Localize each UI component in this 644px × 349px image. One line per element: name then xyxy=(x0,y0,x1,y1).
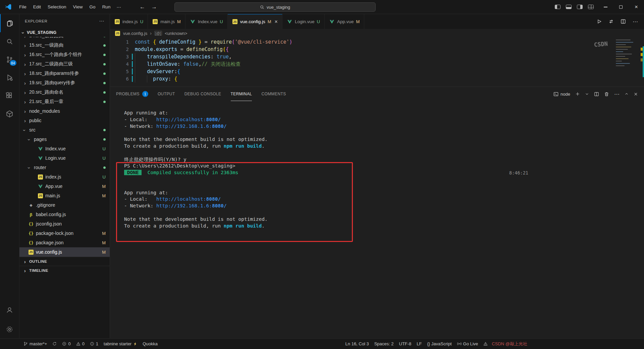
status-item-tabnine-starter[interactable]: tabnine starter xyxy=(101,341,140,346)
back-arrow-icon[interactable]: ← xyxy=(140,4,145,10)
run-debug-icon[interactable] xyxy=(0,68,19,87)
status-item-master-[interactable]: master*+ xyxy=(21,341,50,346)
tree-item-.gitignore[interactable]: ◆.gitignore xyxy=(19,200,110,210)
source-control-icon[interactable]: 84 xyxy=(0,50,19,68)
settings-gear-icon[interactable] xyxy=(0,320,19,338)
menu-file[interactable]: File xyxy=(16,3,30,11)
code-line[interactable]: 3 transpileDependencies: true, xyxy=(110,53,644,60)
status-item-utf-8[interactable]: UTF-8 xyxy=(396,341,414,346)
minimap[interactable] xyxy=(616,40,637,84)
status-item-0[interactable]: 0 xyxy=(59,341,73,346)
tree-item-Login.vue[interactable]: Login.vueU xyxy=(19,153,110,163)
tree-item-17.src_二级路由三级[interactable]: ›17.src_二级路由三级 xyxy=(19,59,110,69)
status-item-sync[interactable] xyxy=(50,342,59,346)
tree-item-index.js[interactable]: JSindex.jsU xyxy=(19,172,110,182)
toggle-secondary-sidebar-icon[interactable] xyxy=(577,5,583,9)
status-item-go-live[interactable]: Go Live xyxy=(454,341,481,346)
tab-App.vue[interactable]: App.vueM xyxy=(325,14,364,29)
tab-index.js[interactable]: JSindex.jsU xyxy=(110,14,148,29)
code-line[interactable]: 1const { defineConfig } = require('@vue/… xyxy=(110,38,644,46)
explorer-more-icon[interactable]: ⋯ xyxy=(99,18,104,24)
outline-section[interactable]: › OUTLINE xyxy=(19,257,110,266)
toggle-sidebar-icon[interactable] xyxy=(555,5,560,9)
panel-tab-problems[interactable]: PROBLEMS1 xyxy=(116,87,148,101)
panel-tab-comments[interactable]: COMMENTS xyxy=(261,87,286,101)
status-item-1[interactable]: 1 xyxy=(87,341,101,346)
tree-item-21.src_最后一章[interactable]: ›21.src_最后一章 xyxy=(19,97,110,106)
code-line[interactable]: 2module.exports = defineConfig({ xyxy=(110,46,644,53)
search-view-icon[interactable] xyxy=(0,32,19,50)
status-item-spaces-2[interactable]: Spaces: 2 xyxy=(372,341,396,346)
menu-view[interactable]: View xyxy=(70,3,86,11)
terminal-dropdown-icon[interactable] xyxy=(585,92,589,96)
command-center-search[interactable]: vue_staging xyxy=(174,2,376,12)
status-item-warning[interactable] xyxy=(481,342,490,346)
close-panel-icon[interactable] xyxy=(634,92,638,96)
status-item--javascript[interactable]: {} JavaScript xyxy=(425,341,454,346)
run-file-icon[interactable] xyxy=(596,19,602,24)
tab-Index.vue[interactable]: Index.vueU xyxy=(185,14,228,29)
tree-item-19.src_路由query传参[interactable]: ›19.src_路由query传参 xyxy=(19,78,110,88)
new-terminal-icon[interactable] xyxy=(575,92,580,96)
tree-item-pages[interactable]: ›pages xyxy=(19,135,110,144)
tree-item-App.vue[interactable]: App.vueM xyxy=(19,182,110,191)
code-line[interactable]: 5 devServer:{ xyxy=(110,68,644,75)
tree-item-node_modules[interactable]: ›node_modules xyxy=(19,106,110,116)
terminal-profile-select[interactable]: node xyxy=(553,92,570,97)
tree-item-package-lock.json[interactable]: {}package-lock.jsonM xyxy=(19,229,110,238)
editor-more-icon[interactable]: ⋯ xyxy=(633,18,638,25)
tree-item-vue.config.js[interactable]: JSvue.config.jsM xyxy=(19,247,110,257)
tree-item-router[interactable]: ›router xyxy=(19,163,110,172)
split-editor-icon[interactable] xyxy=(621,19,626,24)
split-terminal-icon[interactable] xyxy=(594,92,599,97)
panel-tab-debug-console[interactable]: DEBUG CONSOLE xyxy=(184,87,221,101)
tree-item-16.src_一个路由多个组件[interactable]: ›16.src_一个路由多个组件 xyxy=(19,50,110,59)
tree-item-14.src_嵌套路由[interactable]: ›14.src_嵌套路由 xyxy=(19,37,110,41)
menu-go[interactable]: Go xyxy=(87,3,99,11)
panel-tab-terminal[interactable]: TERMINAL xyxy=(231,87,252,101)
panel-tab-output[interactable]: OUTPUT xyxy=(158,87,175,101)
timeline-section[interactable]: › TIMELINE xyxy=(19,266,110,275)
maximize-panel-icon[interactable] xyxy=(625,92,629,96)
code-line[interactable]: 4 lintOnSave: false,// 关闭语法检查 xyxy=(110,60,644,68)
status-item-0[interactable]: 0 xyxy=(73,341,87,346)
close-tab-icon[interactable]: × xyxy=(275,19,278,25)
kill-terminal-icon[interactable] xyxy=(604,92,609,97)
tree-item-src[interactable]: ›src xyxy=(19,125,110,135)
account-icon[interactable] xyxy=(0,301,19,319)
tree-item-20.src_路由命名[interactable]: ›20.src_路由命名 xyxy=(19,88,110,97)
customize-layout-icon[interactable] xyxy=(588,5,594,9)
extensions-icon[interactable] xyxy=(0,87,19,105)
menu-edit[interactable]: Edit xyxy=(30,3,44,11)
code-line[interactable]: 6 proxy: { xyxy=(110,75,644,83)
status-item-ln-16-col-3[interactable]: Ln 16, Col 3 xyxy=(343,341,372,346)
menu-selection[interactable]: Selection xyxy=(45,3,69,11)
tab-vue.config.js[interactable]: JSvue.config.jsM× xyxy=(228,14,282,29)
tree-item-15.src_一级路由[interactable]: ›15.src_一级路由 xyxy=(19,41,110,50)
maximize-button[interactable] xyxy=(613,0,629,14)
close-window-button[interactable]: × xyxy=(629,0,644,14)
menu-run[interactable]: Run xyxy=(99,3,114,11)
forward-arrow-icon[interactable]: → xyxy=(151,4,157,10)
tree-item-18.src_路由params传参[interactable]: ›18.src_路由params传参 xyxy=(19,69,110,78)
tree-item-jsconfig.json[interactable]: {}jsconfig.json xyxy=(19,219,110,229)
status-item-quokka[interactable]: Quokka xyxy=(140,341,160,346)
tree-item-babel.config.js[interactable]: βbabel.config.js xyxy=(19,210,110,219)
code-editor[interactable]: 1const { defineConfig } = require('@vue/… xyxy=(110,38,644,87)
tree-item-Index.vue[interactable]: Index.vueU xyxy=(19,144,110,153)
terminal-output[interactable]: App running at:- Local: http://localhost… xyxy=(110,101,639,338)
package-view-icon[interactable] xyxy=(0,105,19,123)
tree-item-main.js[interactable]: JSmain.jsM xyxy=(19,191,110,200)
open-changes-icon[interactable] xyxy=(608,19,614,24)
toggle-panel-icon[interactable] xyxy=(566,5,572,9)
panel-more-icon[interactable]: ⋯ xyxy=(614,91,620,97)
explorer-icon[interactable] xyxy=(0,14,19,32)
minimize-button[interactable] xyxy=(598,0,613,14)
status-item-lf[interactable]: LF xyxy=(414,341,424,346)
tab-main.js[interactable]: JSmain.jsM xyxy=(148,14,185,29)
tree-item-public[interactable]: ›public xyxy=(19,116,110,125)
more-menu-icon[interactable]: ⋯ xyxy=(113,3,124,11)
tab-Login.vue[interactable]: Login.vueU xyxy=(282,14,325,29)
breadcrumb[interactable]: JS vue.config.js › [@] <unknown> xyxy=(110,29,644,38)
project-section-header[interactable]: › VUE_STAGING xyxy=(19,28,110,37)
